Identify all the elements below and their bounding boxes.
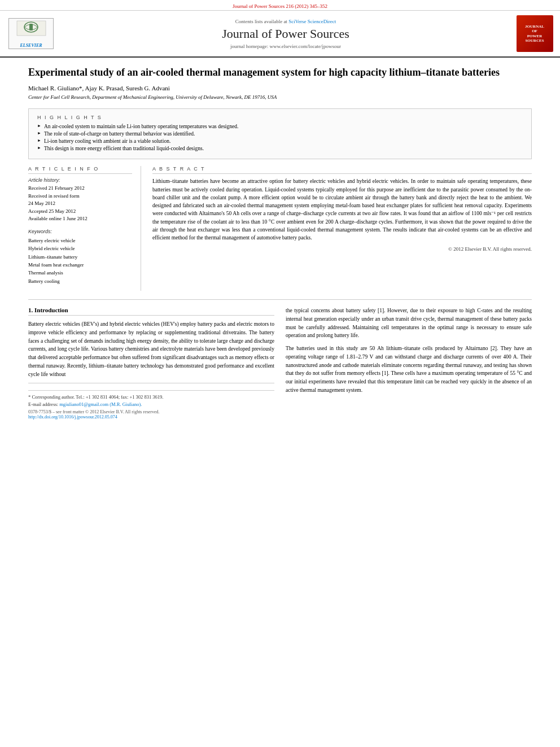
body-left-col: 1. Introduction Battery electric vehicle… bbox=[28, 307, 274, 420]
article-info-col: A R T I C L E I N F O Article history: R… bbox=[28, 166, 141, 291]
authors: Michael R. Giuliano*, Ajay K. Prasad, Su… bbox=[28, 85, 532, 91]
history-label: Article history: bbox=[28, 177, 132, 183]
sciverse-line: Contents lists available at SciVerse Sci… bbox=[235, 19, 336, 24]
highlights-section: H I G H L I G H T S An air-cooled system… bbox=[28, 108, 532, 159]
issn-line: 0378-7753/$ – see front matter © 2012 El… bbox=[28, 409, 274, 420]
body-section: 1. Introduction Battery electric vehicle… bbox=[28, 307, 532, 420]
article-info-abstract: A R T I C L E I N F O Article history: R… bbox=[28, 166, 532, 291]
email-link[interactable]: mgiuliano01@gmail.com (M.R. Giuliano). bbox=[59, 401, 142, 407]
highlight-item: This design is more energy efficient tha… bbox=[37, 146, 523, 151]
journal-title: Journal of Power Sources bbox=[222, 27, 349, 41]
email-footnote: E-mail address: mgiuliano01@gmail.com (M… bbox=[28, 401, 274, 407]
affiliation: Center for Fuel Cell Research, Departmen… bbox=[28, 94, 532, 100]
abstract-text: Lithium–titanate batteries have become a… bbox=[152, 177, 532, 242]
journal-reference: Journal of Power Sources 216 (2012) 345–… bbox=[0, 0, 560, 11]
elsevier-text: ELSEVIER bbox=[20, 43, 42, 48]
keyword-item: Metal foam heat exchanger bbox=[28, 261, 132, 269]
corresponding-footnote: * Corresponding author. Tel.: +1 302 831… bbox=[28, 394, 274, 400]
keyword-item: Hybrid electric vehicle bbox=[28, 244, 132, 252]
intro-para1: Battery electric vehicles (BEV's) and hy… bbox=[28, 320, 274, 378]
main-content: Experimental study of an air-cooled ther… bbox=[0, 58, 560, 428]
journal-badge-area: JOURNALOFPOWERSOURCES bbox=[515, 15, 554, 52]
keywords-list: Battery electric vehicle Hybrid electric… bbox=[28, 237, 132, 285]
journal-badge: JOURNALOFPOWERSOURCES bbox=[517, 15, 553, 52]
keywords-label: Keywords: bbox=[28, 229, 132, 234]
paper-title: Experimental study of an air-cooled ther… bbox=[28, 66, 532, 79]
highlights-list: An air-cooled system to maintain safe Li… bbox=[37, 124, 523, 151]
footnote-section: * Corresponding author. Tel.: +1 302 831… bbox=[28, 390, 274, 420]
journal-info-center: Contents lists available at SciVerse Sci… bbox=[62, 15, 509, 52]
keywords-group: Keywords: Battery electric vehicle Hybri… bbox=[28, 229, 132, 285]
copyright-line: © 2012 Elsevier B.V. All rights reserved… bbox=[152, 246, 532, 252]
sciverse-link[interactable]: SciVerse ScienceDirect bbox=[288, 19, 336, 24]
article-info-label: A R T I C L E I N F O bbox=[28, 166, 132, 174]
intro-para2: the typical concerns about battery safet… bbox=[286, 307, 532, 340]
highlight-item: Li-ion battery cooling with ambient air … bbox=[37, 138, 523, 144]
accepted-date: Accepted 25 May 2012 bbox=[28, 208, 132, 216]
highlight-item: The role of state-of-charge on battery t… bbox=[37, 131, 523, 137]
elsevier-logo: ELSEVIER bbox=[8, 18, 54, 49]
keyword-item: Battery electric vehicle bbox=[28, 237, 132, 244]
intro-heading: 1. Introduction bbox=[28, 307, 274, 316]
abstract-col: A B S T R A C T Lithium–titanate batteri… bbox=[152, 166, 532, 291]
highlight-item: An air-cooled system to maintain safe Li… bbox=[37, 124, 523, 129]
received-date: Received 21 February 2012 bbox=[28, 185, 132, 193]
keyword-item: Thermal analysis bbox=[28, 269, 132, 277]
revised-date: Received in revised form24 May 2012 bbox=[28, 193, 132, 208]
doi-line[interactable]: http://dx.doi.org/10.1016/j.jpowsour.201… bbox=[28, 414, 274, 420]
keyword-item: Lithium–titanate battery bbox=[28, 253, 132, 261]
abstract-label: A B S T R A C T bbox=[152, 166, 532, 174]
body-right-col: the typical concerns about battery safet… bbox=[286, 307, 532, 420]
intro-para3: The batteries used in this study are 50 … bbox=[286, 344, 532, 394]
available-date: Available online 1 June 2012 bbox=[28, 215, 132, 223]
section-divider bbox=[28, 299, 532, 300]
journal-header: ELSEVIER Contents lists available at Sci… bbox=[0, 11, 560, 58]
footnote-divider bbox=[28, 383, 274, 383]
keyword-item: Battery cooling bbox=[28, 277, 132, 285]
elsevier-logo-area: ELSEVIER bbox=[6, 15, 56, 52]
highlights-label: H I G H L I G H T S bbox=[37, 115, 523, 120]
journal-homepage: journal homepage: www.elsevier.com/locat… bbox=[230, 43, 341, 49]
svg-rect-2 bbox=[29, 24, 33, 30]
article-history: Article history: Received 21 February 20… bbox=[28, 177, 132, 223]
